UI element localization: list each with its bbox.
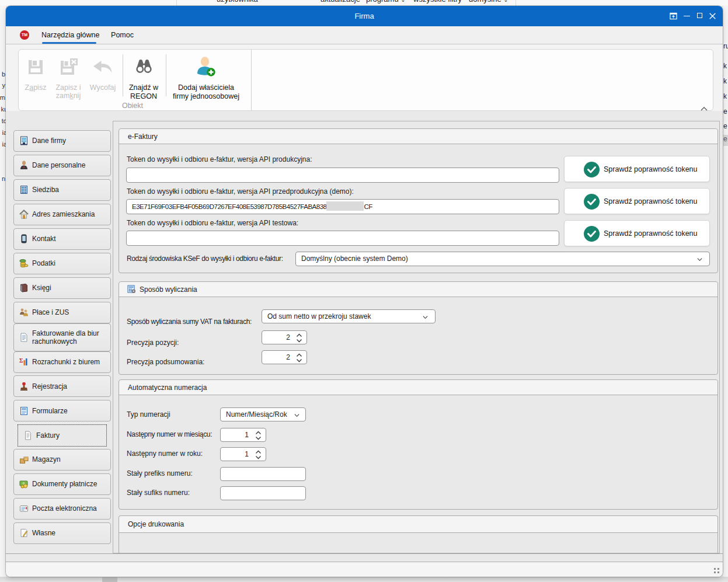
svg-text:Σ: Σ bbox=[19, 357, 23, 364]
